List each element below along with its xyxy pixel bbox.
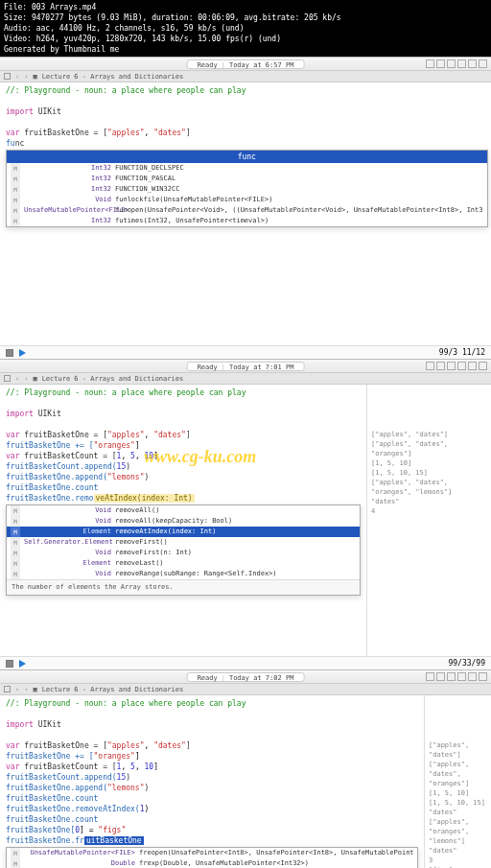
code-editor-3[interactable]: //: Playground - noun: a place where peo… [0, 695, 424, 868]
tab-bar: ‹ › ▦ Lecture 6 - Arrays and Dictionarie… [0, 71, 491, 82]
cursor-pos: 99/3 11/12 [439, 348, 485, 357]
autocomplete-row[interactable]: MVoidremoveAll() [7, 505, 360, 516]
play-button[interactable] [19, 349, 26, 357]
autocomplete-row[interactable]: MDoublefrexp(Double, UnsafeMutablePointe… [7, 858, 417, 868]
result-value: [1, 5, 10] [429, 788, 487, 798]
result-value: ["apples", "dates", "oranges"] [429, 760, 487, 788]
autocomplete-row[interactable]: MVoidremoveAll(keepCapacity: Bool) [7, 516, 360, 527]
autocomplete-row[interactable]: MInt32FUNCTION_DECLSPEC [7, 163, 487, 174]
result-sidebar-2: ["apples", "dates"] ["apples", "dates", … [366, 385, 491, 656]
chevron-left-icon[interactable]: ‹ [15, 73, 19, 81]
autocomplete-row[interactable]: MInt32FUNCTION_PASCAL [7, 174, 487, 184]
status-ready: Ready [198, 60, 218, 68]
toolbar-icon[interactable] [447, 59, 456, 68]
pane-3: Ready|Today at 7:02 PM ‹›▦Lecture 6 - Ar… [0, 669, 491, 868]
autocomplete-row[interactable]: MUnsafeMutablePointer<FILE>freopen(Unsaf… [7, 848, 417, 858]
result-value: ["apples", "dates", "oranges", "lemons"] [371, 478, 487, 497]
result-value: "dates" [429, 808, 487, 817]
autocomplete-popup-2[interactable]: MVoidremoveAll() MVoidremoveAll(keepCapa… [6, 504, 361, 596]
autocomplete-popup-3[interactable]: MUnsafeMutablePointer<FILE>freopen(Unsaf… [6, 847, 418, 868]
stop-button[interactable] [6, 349, 13, 357]
panel-icon[interactable] [4, 73, 11, 80]
stop-button[interactable] [6, 660, 13, 668]
code-editor-1[interactable]: //: Playground - noun: a place where peo… [0, 82, 491, 345]
selected-text: uitBasketOne [84, 836, 144, 845]
toolbar-icon[interactable] [479, 59, 487, 68]
inline-completion-hint: veAtIndex(index: Int) [94, 494, 195, 503]
result-sidebar-3: ["apples", "dates"] ["apples", "dates", … [424, 695, 491, 868]
toolbar-icon[interactable] [436, 59, 445, 68]
status-pill: Ready | Today at 6:57 PM [187, 59, 305, 69]
playground-icon: ▦ [33, 73, 36, 81]
result-value: 3 [429, 856, 487, 865]
autocomplete-row[interactable]: MVoidfunlockfile(UnsafeMutablePointer<FI… [7, 195, 487, 205]
autocomplete-row[interactable]: MInt32futimes(Int32, UnsafePointer<timev… [7, 216, 487, 226]
status-bar-1: Ready | Today at 6:57 PM [0, 58, 491, 71]
autocomplete-row[interactable]: MSelf.Generator.ElementremoveFirst() [7, 537, 360, 548]
status-bar-3: Ready|Today at 7:02 PM [0, 670, 491, 684]
status-time: Today at 6:57 PM [229, 60, 293, 68]
autocomplete-popup-1[interactable]: func MInt32FUNCTION_DECLSPEC MInt32FUNCT… [6, 150, 488, 227]
autocomplete-row-selected[interactable]: MElementremoveAtIndex(index: Int) [7, 527, 360, 537]
result-value: ["apples", "dates"] [429, 740, 487, 760]
result-value: "dates" [371, 497, 487, 506]
gen-line: Generated by Thumbnail me [4, 44, 487, 55]
autocomplete-row[interactable]: MVoidremoveRange(subRange: Range<Self.In… [7, 569, 360, 579]
cursor-pos: 99/33/99 [448, 659, 485, 668]
autocomplete-header: func [7, 151, 487, 163]
autocomplete-row[interactable]: MVoidremoveFirst(n: Int) [7, 548, 360, 558]
audio-line: Audio: aac, 44100 Hz, 2 channels, s16, 5… [4, 23, 487, 34]
code-editor-2[interactable]: //: Playground - noun: a place where peo… [0, 385, 366, 656]
toolbar-icon[interactable] [457, 59, 466, 68]
status-bar-2: Ready|Today at 7:01 PM [0, 360, 491, 373]
video-line: Video: h264, yuv420p, 1280x720, 143 kb/s… [4, 34, 487, 44]
result-value: 4 [371, 506, 487, 516]
pane-1: Ready | Today at 6:57 PM ‹ › ▦ Lecture 6… [0, 57, 491, 359]
result-value: [1, 5, 10, 15] [371, 468, 487, 478]
chevron-right-icon[interactable]: › [24, 73, 28, 81]
toolbar-icon[interactable] [468, 59, 477, 68]
result-value: ["apples", "dates"] [371, 430, 487, 439]
autocomplete-row[interactable]: MElementremoveLast() [7, 558, 360, 569]
autocomplete-row[interactable]: MUnsafeMutablePointer<FILE>funopen(Unsaf… [7, 205, 487, 216]
result-value: [1, 5, 10, 15] [429, 798, 487, 808]
tab-title[interactable]: Lecture 6 - Arrays and Dictionaries [42, 73, 184, 81]
autocomplete-row[interactable]: MInt32FUNCTION_WIN32CC [7, 184, 487, 195]
file-line: File: 003 Arrays.mp4 [4, 2, 487, 12]
play-button[interactable] [19, 660, 26, 668]
autocomplete-tip: The number of elements the Array stores. [7, 579, 360, 595]
pane-2: Ready|Today at 7:01 PM ‹›▦Lecture 6 - Ar… [0, 359, 491, 669]
result-value: ["apples", "oranges", "lemons"] [429, 817, 487, 846]
toolbar-right [426, 59, 487, 68]
result-value: ["apples", "dates", "oranges"] [371, 439, 487, 458]
result-value: [1, 5, 10] [371, 458, 487, 468]
result-value: "dates" [429, 846, 487, 856]
toolbar-icon[interactable] [426, 59, 434, 68]
size-line: Size: 9470277 bytes (9.03 MiB), duration… [4, 12, 487, 23]
media-info-header: File: 003 Arrays.mp4 Size: 9470277 bytes… [0, 0, 491, 57]
